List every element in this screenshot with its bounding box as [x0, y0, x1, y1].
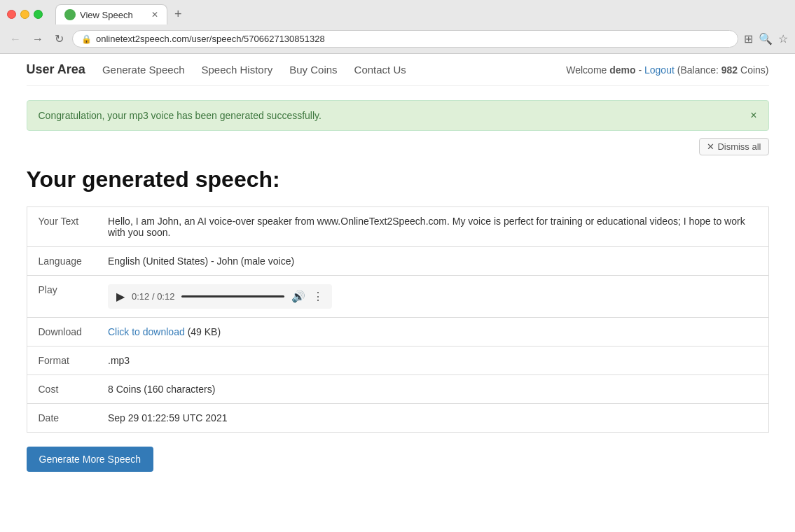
download-row: Download Click to download (49 KB) [27, 318, 768, 346]
dismiss-row: ✕ Dismiss all [27, 138, 769, 155]
time-display: 0:12 / 0:12 [132, 291, 174, 302]
format-label: Format [27, 346, 97, 375]
play-cell: ▶ 0:12 / 0:12 🔊 ⋮ [97, 276, 768, 318]
address-bar-row: ← → ↻ 🔒 onlinetext2speech.com/user/speec… [0, 27, 795, 53]
your-text-value: Hello, I am John, an AI voice-over speak… [97, 207, 768, 247]
tab-close-button[interactable]: ✕ [151, 10, 158, 20]
zoom-icon[interactable]: 🔍 [759, 32, 773, 46]
nav-speech-history[interactable]: Speech History [201, 64, 272, 76]
logout-link[interactable]: Logout [644, 64, 675, 76]
nav-generate-speech[interactable]: Generate Speech [102, 64, 185, 76]
nav-right: Welcome demo - Logout (Balance: 982 Coin… [566, 64, 768, 76]
download-link[interactable]: Click to download [108, 326, 185, 337]
your-text-row: Your Text Hello, I am John, an AI voice-… [27, 207, 768, 247]
grid-icon[interactable]: ⊞ [744, 32, 753, 46]
audio-player: ▶ 0:12 / 0:12 🔊 ⋮ [108, 284, 332, 309]
back-button[interactable]: ← [7, 31, 24, 47]
minimize-button[interactable] [20, 10, 29, 19]
alert-message: Congratulation, your mp3 voice has been … [39, 110, 322, 121]
refresh-button[interactable]: ↻ [52, 31, 67, 47]
play-label: Play [27, 276, 97, 318]
volume-button[interactable]: 🔊 [291, 290, 305, 303]
play-button[interactable]: ▶ [116, 290, 125, 303]
balance-prefix: (Balance: [675, 64, 721, 76]
success-alert: Congratulation, your mp3 voice has been … [27, 100, 769, 131]
url-text: onlinetext2speech.com/user/speech/570662… [96, 34, 729, 44]
browser-chrome: View Speech ✕ + ← → ↻ 🔒 onlinetext2speec… [0, 0, 795, 54]
username: demo [609, 64, 635, 76]
tab-favicon [64, 9, 76, 20]
nav-links: Generate Speech Speech History Buy Coins… [102, 64, 406, 76]
download-label: Download [27, 318, 97, 346]
brand-link[interactable]: User Area [27, 62, 85, 77]
more-options-button[interactable]: ⋮ [312, 290, 324, 303]
play-row: Play ▶ 0:12 / 0:12 🔊 ⋮ [27, 276, 768, 318]
download-size: (49 KB) [188, 326, 221, 337]
cost-row: Cost 8 Coins (160 characters) [27, 375, 768, 404]
browser-actions: ⊞ 🔍 ☆ [744, 32, 788, 46]
tab-bar: View Speech ✕ + [48, 4, 195, 24]
maximize-button[interactable] [34, 10, 43, 19]
speech-detail-table: Your Text Hello, I am John, an AI voice-… [27, 206, 769, 433]
language-row: Language English (United States) - John … [27, 247, 768, 276]
alert-close-button[interactable]: × [750, 109, 756, 122]
nav-buy-coins[interactable]: Buy Coins [289, 64, 337, 76]
forward-button[interactable]: → [29, 31, 46, 47]
bookmark-icon[interactable]: ☆ [778, 32, 788, 46]
address-bar[interactable]: 🔒 onlinetext2speech.com/user/speech/5706… [72, 30, 738, 48]
cost-label: Cost [27, 375, 97, 404]
format-row: Format .mp3 [27, 346, 768, 375]
your-text-label: Your Text [27, 207, 97, 247]
dismiss-label: Dismiss all [717, 141, 761, 152]
progress-bar[interactable] [181, 295, 284, 298]
date-label: Date [27, 404, 97, 433]
browser-titlebar: View Speech ✕ + [0, 0, 795, 27]
dismiss-all-button[interactable]: ✕ Dismiss all [699, 138, 768, 155]
close-button[interactable] [7, 10, 16, 19]
generate-more-speech-button[interactable]: Generate More Speech [27, 447, 154, 472]
format-value: .mp3 [97, 346, 768, 375]
balance-suffix: Coins) [738, 64, 768, 76]
date-row: Date Sep 29 01:22:59 UTC 2021 [27, 404, 768, 433]
traffic-lights [7, 10, 43, 19]
language-label: Language [27, 247, 97, 276]
dismiss-icon: ✕ [707, 141, 714, 152]
active-tab[interactable]: View Speech ✕ [55, 4, 167, 24]
page-content: User Area Generate Speech Speech History… [13, 54, 783, 486]
welcome-prefix: Welcome [566, 64, 609, 76]
lock-icon: 🔒 [81, 34, 92, 44]
site-nav: User Area Generate Speech Speech History… [27, 54, 769, 86]
nav-separator: - [636, 64, 644, 76]
balance-value: 982 [721, 64, 738, 76]
tab-title: View Speech [80, 10, 133, 20]
date-value: Sep 29 01:22:59 UTC 2021 [97, 404, 768, 433]
download-cell: Click to download (49 KB) [97, 318, 768, 346]
language-value: English (United States) - John (male voi… [97, 247, 768, 276]
cost-value: 8 Coins (160 characters) [97, 375, 768, 404]
page-title: Your generated speech: [27, 167, 769, 192]
new-tab-button[interactable]: + [169, 4, 188, 24]
nav-contact-us[interactable]: Contact Us [354, 64, 406, 76]
